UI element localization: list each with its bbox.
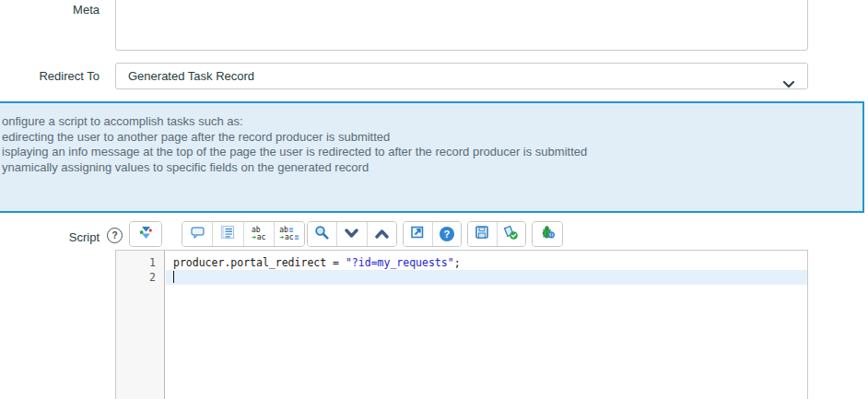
lines-icon: ≣ bbox=[295, 234, 299, 241]
line-number: 2 bbox=[116, 270, 164, 285]
chevron-down-icon bbox=[345, 226, 358, 242]
toolbar-group-window: ? bbox=[403, 221, 462, 247]
save-icon bbox=[475, 225, 489, 243]
info-line: edirecting the user to another page afte… bbox=[2, 130, 862, 146]
code-string-literal: "?id=my_requests" bbox=[346, 256, 454, 269]
toolbar-group-syntax bbox=[129, 221, 162, 247]
bug-icon bbox=[540, 225, 556, 244]
script-editor[interactable]: 1 2 producer.portal_redirect = "?id=my_r… bbox=[115, 250, 808, 399]
replace-all-button[interactable]: ab≣ ➜ac≣ bbox=[274, 222, 304, 246]
info-line: isplaying an info message at the top of … bbox=[2, 145, 862, 160]
find-next-button[interactable] bbox=[336, 222, 366, 246]
replace-all-icon: ab≣ ➜ac≣ bbox=[279, 227, 299, 241]
replace-icon: ab ➜ac bbox=[252, 227, 265, 241]
format-code-button[interactable] bbox=[212, 222, 242, 246]
popout-icon bbox=[410, 225, 425, 243]
code-line: producer.portal_redirect = "?id=my_reque… bbox=[166, 255, 807, 270]
meta-field-label: Meta bbox=[0, 3, 100, 17]
code-area[interactable]: producer.portal_redirect = "?id=my_reque… bbox=[166, 251, 807, 399]
line-number: 1 bbox=[116, 255, 164, 270]
save-button[interactable] bbox=[468, 222, 497, 246]
info-line: ynamically assigning values to specific … bbox=[2, 160, 862, 176]
syntax-check-icon bbox=[503, 225, 519, 244]
chevron-down-icon bbox=[783, 72, 794, 97]
green-arrow-icon: ➜ bbox=[279, 234, 284, 241]
redirect-to-label: Redirect To bbox=[0, 69, 100, 83]
script-help-icon[interactable]: ? bbox=[107, 228, 123, 243]
script-field-label: Script bbox=[0, 230, 100, 244]
chevron-up-icon bbox=[375, 226, 389, 242]
replace-button[interactable]: ab ➜ac bbox=[243, 222, 274, 246]
syntax-editor-icon bbox=[138, 225, 154, 244]
code-line-active bbox=[166, 270, 807, 285]
search-icon bbox=[314, 225, 330, 244]
comment-button[interactable] bbox=[182, 222, 212, 246]
syntax-check-button[interactable] bbox=[497, 222, 526, 246]
redirect-to-selected-value: Generated Task Record bbox=[128, 69, 254, 83]
editor-gutter: 1 2 bbox=[116, 251, 165, 399]
redirect-to-select[interactable]: Generated Task Record bbox=[115, 63, 808, 89]
open-in-new-window-button[interactable] bbox=[404, 222, 432, 246]
meta-textarea[interactable] bbox=[115, 0, 808, 51]
text-cursor bbox=[173, 271, 174, 283]
green-arrow-icon: ➜ bbox=[252, 234, 256, 241]
toolbar-group-debug bbox=[532, 221, 563, 247]
toolbar-group-save bbox=[467, 221, 526, 247]
search-button[interactable] bbox=[308, 222, 336, 246]
find-previous-button[interactable] bbox=[367, 222, 396, 246]
comment-icon bbox=[190, 225, 205, 243]
toolbar-group-edit: ab ➜ac ab≣ ➜ac≣ bbox=[182, 221, 305, 247]
help-button[interactable]: ? bbox=[432, 222, 462, 246]
help-icon: ? bbox=[440, 227, 454, 241]
debug-button[interactable] bbox=[533, 222, 562, 246]
info-line: onfigure a script to accomplish tasks su… bbox=[2, 114, 862, 130]
syntax-editor-toggle-button[interactable] bbox=[130, 222, 161, 246]
toolbar-group-search bbox=[307, 221, 397, 247]
info-banner: onfigure a script to accomplish tasks su… bbox=[0, 101, 864, 213]
format-code-icon bbox=[220, 225, 235, 243]
